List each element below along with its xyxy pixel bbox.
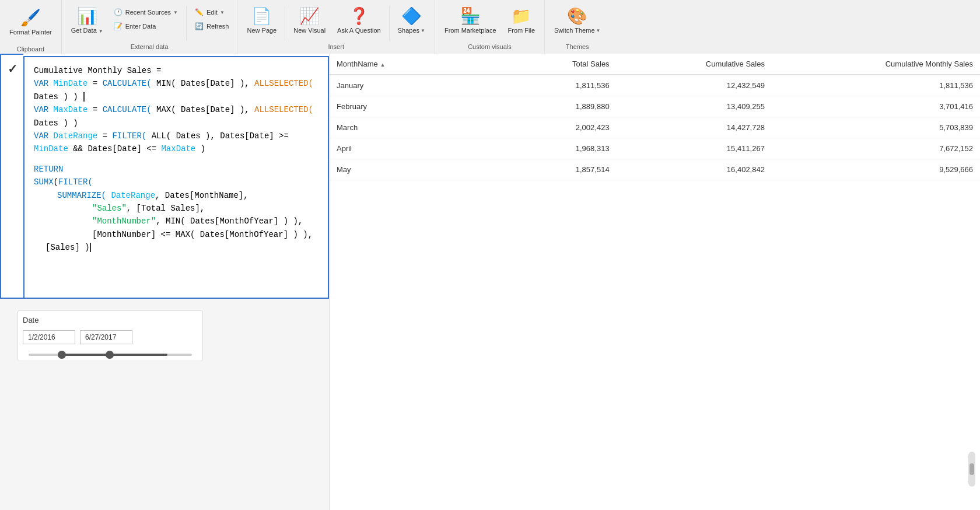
format-painter-icon: 🖌️ [20,10,41,26]
table-row: January1,811,53612,432,5491,811,536 [330,75,980,96]
shapes-icon: 🔷 [401,8,422,25]
marketplace-icon: 🏪 [460,8,481,25]
header-cumulative-sales[interactable]: Cumulative Sales [617,54,772,75]
from-file-icon: 📁 [511,8,531,25]
table-cell: 3,701,416 [772,96,980,117]
external-data-group: 📊 Get Data ▼ 🕐 Recent Sources ▼ 📝 [62,0,238,54]
formula-line-4: VAR DateRange = FILTER( ALL( Dates ), Da… [34,130,318,156]
clipboard-label: Clipboard [5,44,57,54]
right-panel: MonthName ▲ Total Sales Cumulative Sales… [330,54,980,510]
from-file-button[interactable]: 📁 From File [503,6,540,37]
new-page-button[interactable]: 📄 New Page [242,6,281,37]
table-row: March2,002,42314,427,7285,703,839 [330,117,980,138]
switch-theme-icon: 🎨 [567,8,587,25]
sort-arrow: ▲ [380,62,385,68]
edit-queries-button[interactable]: ✏️ Edit ▼ [191,6,233,19]
header-total-sales[interactable]: Total Sales [473,54,617,75]
data-table: MonthName ▲ Total Sales Cumulative Sales… [330,54,980,180]
left-panel: ✓ Cumulative Monthly Sales = VAR MinDate… [0,54,330,510]
shapes-arrow: ▼ [421,28,425,34]
external-data-label: External data [66,42,233,51]
slider-thumb-right[interactable] [106,351,114,359]
slider-fill [61,354,167,356]
formula-line-2: VAR MinDate = CALCULATE( MIN( Dates[Date… [34,77,318,103]
table-cell: 1,857,514 [473,159,617,180]
formula-blank-line [34,156,318,163]
date-filter-panel: Date [0,299,329,510]
date-filter-label: Date [23,316,198,324]
shapes-button[interactable]: 🔷 Shapes ▼ [393,6,430,37]
formula-sumx: SUMX(FILTER( [34,176,318,188]
new-visual-icon: 📈 [299,8,320,25]
table-cell: 12,432,549 [617,75,772,96]
table-cell: January [330,75,473,96]
table-cell: 1,968,313 [473,138,617,159]
slider-track [29,354,192,356]
ask-question-button[interactable]: ❓ Ask A Question [332,6,386,37]
table-cell: 1,811,536 [473,75,617,96]
enter-data-button[interactable]: 📝 Enter Data [110,20,181,33]
table-cell: 1,811,536 [772,75,980,96]
date-slider[interactable] [23,354,198,356]
themes-label: Themes [550,42,605,51]
table-row: February1,889,88013,409,2553,701,416 [330,96,980,117]
recent-sources-icon: 🕐 [114,8,123,17]
get-data-icon: 📊 [77,8,97,25]
theme-arrow: ▼ [596,28,601,34]
table-cell: 9,529,666 [772,159,980,180]
new-visual-button[interactable]: 📈 New Visual [289,6,330,37]
table-row: April1,968,31315,411,2677,672,152 [330,138,980,159]
edit-queries-col: ✏️ Edit ▼ 🔄 Refresh [191,6,233,33]
end-date-input[interactable] [80,330,132,344]
enter-data-icon: 📝 [114,22,123,31]
content-area: ✓ Cumulative Monthly Sales = VAR MinDate… [0,54,980,510]
small-buttons-col: 🕐 Recent Sources ▼ 📝 Enter Data [110,6,181,33]
custom-visuals-label: Custom visuals [440,42,540,51]
formula-line-1: Cumulative Monthly Sales = [34,64,318,77]
table-cell: February [330,96,473,117]
formula-return: RETURN [34,163,318,176]
table-cell: 15,411,267 [617,138,772,159]
new-page-icon: 📄 [251,8,272,25]
header-cumulative-monthly-sales[interactable]: Cumulative Monthly Sales [772,54,980,75]
recent-sources-button[interactable]: 🕐 Recent Sources ▼ [110,6,181,19]
formula-line-3: VAR MaxDate = CALCULATE( MAX( Dates[Date… [34,103,318,130]
toolbar: 🖌️ Format Painter Clipboard 📊 Get Data ▼ [0,0,980,54]
table-cell: 1,889,880 [473,96,617,117]
get-data-button[interactable]: 📊 Get Data ▼ [66,6,108,37]
scroll-thumb [970,463,974,475]
table-cell: 7,672,152 [772,138,980,159]
format-painter-button[interactable]: 🖌️ Format Painter [5,8,57,39]
scroll-indicator[interactable] [968,452,975,487]
themes-group: 🎨 Switch Theme ▼ Themes [545,0,610,54]
header-monthname[interactable]: MonthName ▲ [330,54,473,75]
table-cell: 13,409,255 [617,96,772,117]
start-date-input[interactable] [23,330,75,344]
formula-editor[interactable]: Cumulative Monthly Sales = VAR MinDate =… [23,56,329,299]
edit-queries-icon: ✏️ [195,8,204,17]
table-row: May1,857,51416,402,8429,529,666 [330,159,980,180]
custom-visuals-group: 🏪 From Marketplace 📁 From File Custom vi… [435,0,545,54]
table-cell: April [330,138,473,159]
table-cell: 16,402,842 [617,159,772,180]
formula-sales: "Sales", [Total Sales], [34,202,318,215]
formula-container: ✓ Cumulative Monthly Sales = VAR MinDate… [0,54,329,299]
formula-sales-field: [Sales] ) [34,241,318,254]
table-cell: 2,002,423 [473,117,617,138]
insert-group: 📄 New Page 📈 New Visual ❓ Ask A Question… [237,0,435,54]
formula-summarize: SUMMARIZE( DateRange, Dates[MonthName], [34,189,318,202]
table-cell: March [330,117,473,138]
checkmark-button[interactable]: ✓ [0,54,23,299]
format-painter-label: Format Painter [9,29,52,36]
format-painter-section: 🖌️ Format Painter Clipboard [0,0,62,54]
table-cell: 14,427,728 [617,117,772,138]
switch-theme-button[interactable]: 🎨 Switch Theme ▼ [550,6,605,37]
refresh-button[interactable]: 🔄 Refresh [191,20,233,33]
formula-monthnumber: "MonthNumber", MIN( Dates[MonthOfYear] )… [34,215,318,241]
from-marketplace-button[interactable]: 🏪 From Marketplace [440,6,501,37]
date-inputs-row [23,330,198,344]
table-cell: May [330,159,473,180]
slider-thumb-left[interactable] [58,351,66,359]
get-data-arrow: ▼ [99,29,103,34]
insert-label: Insert [242,42,429,51]
